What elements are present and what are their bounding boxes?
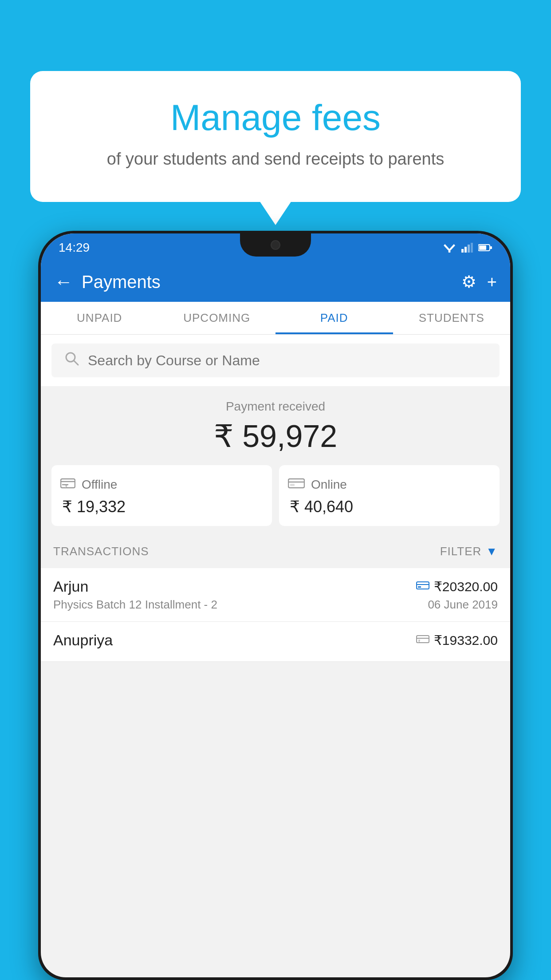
transaction-item-0[interactable]: Arjun ₹20320.00 Physics Batch 12 Install… — [41, 568, 510, 622]
settings-icon[interactable]: ⚙ — [461, 272, 476, 292]
payment-summary: Payment received ₹ 59,972 ₹ — [41, 386, 510, 535]
transaction-row2-0: Physics Batch 12 Installment - 2 06 June… — [53, 598, 498, 612]
tab-students[interactable]: STUDENTS — [393, 302, 511, 334]
search-container — [41, 335, 510, 386]
svg-rect-11 — [61, 479, 75, 488]
notch — [240, 233, 311, 257]
status-time: 14:29 — [59, 241, 90, 255]
bubble-subtitle: of your students and send receipts to pa… — [52, 147, 499, 171]
filter-button[interactable]: FILTER ▼ — [440, 545, 498, 558]
transaction-amount-wrap-1: ₹ ₹19332.00 — [416, 632, 498, 648]
payment-received-label: Payment received — [51, 399, 500, 414]
svg-rect-5 — [471, 243, 473, 253]
online-type: Online — [311, 478, 347, 492]
offline-amount: ₹ 19,332 — [62, 498, 126, 516]
filter-icon: ▼ — [486, 545, 498, 558]
transaction-amount-0: ₹20320.00 — [434, 579, 498, 594]
offline-type: Offline — [82, 478, 117, 492]
online-icon — [288, 477, 305, 492]
add-icon[interactable]: + — [487, 273, 497, 292]
transaction-amount-wrap-0: ₹20320.00 — [416, 579, 498, 594]
payment-cards: ₹ Offline ₹ 19,332 — [51, 465, 500, 526]
offline-card-header: ₹ Offline — [60, 477, 117, 492]
battery-icon — [478, 244, 492, 252]
svg-rect-2 — [461, 249, 464, 253]
transactions-label: TRANSACTIONS — [53, 545, 149, 558]
svg-point-1 — [449, 251, 451, 253]
filter-label: FILTER — [440, 545, 482, 558]
svg-rect-18 — [290, 484, 295, 486]
status-icons — [443, 243, 492, 253]
transaction-amount-1: ₹19332.00 — [434, 632, 498, 648]
transaction-mode-icon-0 — [416, 580, 429, 593]
bubble-title: Manage fees — [52, 98, 499, 138]
search-icon — [64, 351, 80, 371]
offline-icon: ₹ — [60, 477, 75, 492]
svg-rect-16 — [288, 479, 304, 488]
online-card-header: Online — [288, 477, 347, 492]
tab-unpaid[interactable]: UNPAID — [41, 302, 158, 334]
svg-line-10 — [74, 360, 78, 365]
svg-text:₹: ₹ — [65, 483, 68, 489]
status-bar: 14:29 — [41, 233, 510, 262]
svg-rect-21 — [418, 586, 421, 588]
svg-marker-0 — [444, 244, 455, 252]
app-header: ← Payments ⚙ + — [41, 262, 510, 302]
back-button[interactable]: ← — [54, 271, 73, 292]
tab-paid[interactable]: PAID — [276, 302, 393, 334]
phone-frame: 14:29 — [38, 231, 513, 980]
header-title: Payments — [82, 272, 453, 292]
svg-rect-3 — [464, 247, 467, 253]
transaction-mode-icon-1: ₹ — [416, 633, 429, 647]
svg-rect-7 — [479, 245, 486, 250]
online-card: Online ₹ 40,640 — [279, 465, 500, 526]
search-bar — [51, 344, 500, 377]
phone-inner: 14:29 — [41, 233, 510, 977]
transaction-name-0: Arjun — [53, 578, 88, 595]
transaction-date-0: 06 June 2019 — [428, 598, 498, 612]
transactions-header: TRANSACTIONS FILTER ▼ — [41, 535, 510, 568]
transaction-detail-0: Physics Batch 12 Installment - 2 — [53, 598, 217, 612]
speech-bubble: Manage fees of your students and send re… — [30, 71, 521, 202]
online-amount: ₹ 40,640 — [290, 498, 353, 516]
transaction-item-1[interactable]: Anupriya ₹ ₹19332.00 — [41, 622, 510, 662]
search-input[interactable] — [88, 352, 487, 369]
header-icons: ⚙ + — [461, 272, 497, 292]
svg-rect-4 — [468, 245, 470, 253]
offline-card: ₹ Offline ₹ 19,332 — [51, 465, 272, 526]
tabs-bar: UNPAID UPCOMING PAID STUDENTS — [41, 302, 510, 335]
payment-total-amount: ₹ 59,972 — [51, 418, 500, 454]
signal-icon — [461, 243, 473, 253]
svg-rect-8 — [490, 246, 492, 249]
svg-rect-19 — [417, 582, 429, 589]
wifi-icon — [443, 243, 456, 253]
svg-text:₹: ₹ — [418, 639, 421, 644]
camera — [271, 240, 280, 250]
tab-upcoming[interactable]: UPCOMING — [158, 302, 276, 334]
transaction-name-1: Anupriya — [53, 632, 113, 649]
